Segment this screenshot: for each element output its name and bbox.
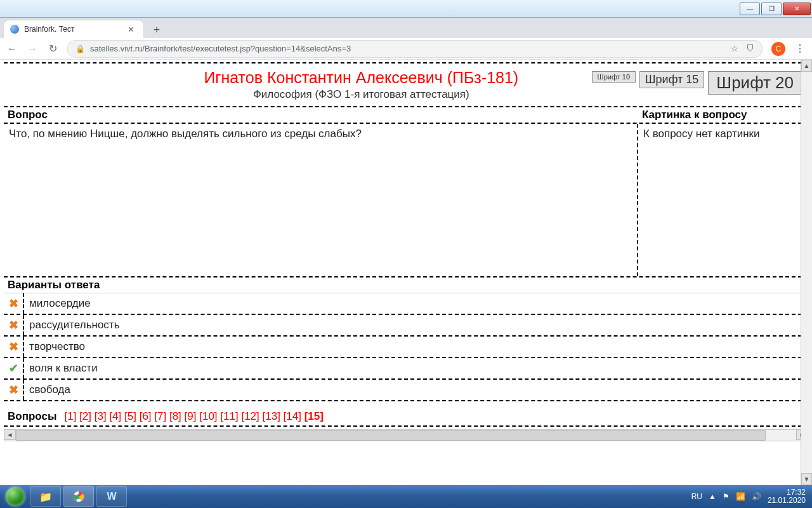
favicon-icon xyxy=(10,25,19,34)
url-text: satelles.vivt.ru/Brainfork/test/executet… xyxy=(90,44,351,53)
answer-row[interactable]: ✖милосердие xyxy=(4,293,808,315)
tab-close-button[interactable]: ✕ xyxy=(125,25,137,34)
answer-row[interactable]: ✔воля к власти xyxy=(4,358,808,380)
address-bar[interactable]: 🔒 satelles.vivt.ru/Brainfork/test/execut… xyxy=(67,40,763,58)
browser-tabstrip: Brainfork. Тест ✕ + xyxy=(0,18,812,38)
question-nav-link[interactable]: [9] xyxy=(185,410,197,422)
cross-icon: ✖ xyxy=(4,380,24,400)
answer-text: воля к власти xyxy=(24,362,98,375)
scroll-left-button[interactable]: ◄ xyxy=(4,429,16,440)
answer-text: свобода xyxy=(24,384,70,396)
scroll-up-button[interactable]: ▲ xyxy=(801,60,812,72)
question-nav-link[interactable]: [2] xyxy=(79,410,91,422)
question-nav-link[interactable]: [4] xyxy=(109,410,121,422)
scroll-thumb[interactable] xyxy=(16,430,766,441)
new-tab-button[interactable]: + xyxy=(148,22,165,38)
question-nav-link[interactable]: [14] xyxy=(284,410,301,422)
lang-indicator[interactable]: RU xyxy=(691,492,702,501)
question-nav-link[interactable]: [10] xyxy=(199,410,217,422)
clock[interactable]: 17:32 21.01.2020 xyxy=(768,488,806,505)
font-size-controls: Шрифт 10 Шрифт 15 Шрифт 20 xyxy=(592,67,802,101)
question-image-label: Картинка к вопросу xyxy=(638,107,808,123)
taskbar-chrome-button[interactable] xyxy=(63,486,94,507)
horizontal-scrollbar[interactable]: ◄ ► xyxy=(4,429,808,441)
system-tray: RU ▲ ⚑ 📶 🔊 17:32 21.01.2020 xyxy=(691,488,809,505)
window-minimize-button[interactable]: — xyxy=(740,3,760,15)
question-nav-link[interactable]: [8] xyxy=(169,410,181,422)
profile-button[interactable]: C xyxy=(771,42,785,56)
question-nav-link[interactable]: [1] xyxy=(64,410,76,422)
taskbar-explorer-button[interactable]: 📁 xyxy=(30,486,61,507)
tab-title: Brainfork. Тест xyxy=(24,25,75,34)
window-titlebar: — ❐ ✕ xyxy=(0,0,812,18)
question-nav-link[interactable]: [11] xyxy=(220,410,238,422)
browser-menu-button[interactable]: ⋮ xyxy=(794,43,806,55)
question-nav: Вопросы [1] [2] [3] [4] [5] [6] [7] [8] … xyxy=(4,408,808,427)
question-body-row: Что, по мнению Ницше, должно выделять си… xyxy=(4,124,808,276)
font-15-button[interactable]: Шрифт 15 xyxy=(639,71,704,88)
course-name: Философия (ФЗО 1-я итоговая аттестация) xyxy=(137,88,586,101)
answer-row[interactable]: ✖рассудительность xyxy=(4,315,808,337)
question-nav-link[interactable]: [6] xyxy=(140,410,152,422)
vertical-scrollbar[interactable]: ▲ ▼ xyxy=(801,60,812,485)
page-content: Игнатов Константин Алексеевич (ПБз-181) … xyxy=(0,60,812,485)
question-label: Вопрос xyxy=(4,107,638,123)
answer-text: рассудительность xyxy=(24,319,120,331)
cross-icon: ✖ xyxy=(4,315,24,335)
cross-icon: ✖ xyxy=(4,337,24,357)
windows-taskbar: 📁 W RU ▲ ⚑ 📶 🔊 17:32 21.01.2020 xyxy=(0,485,812,508)
clock-date: 21.01.2020 xyxy=(768,497,806,505)
scroll-down-button[interactable]: ▼ xyxy=(801,473,812,485)
question-text: Что, по мнению Ницше, должно выделять си… xyxy=(4,124,638,276)
question-nav-link[interactable]: [12] xyxy=(241,410,259,422)
check-icon: ✔ xyxy=(4,358,24,378)
reload-button[interactable]: ↻ xyxy=(47,43,58,55)
shield-icon[interactable]: ⛉ xyxy=(746,44,754,53)
answer-row[interactable]: ✖творчество xyxy=(4,337,808,358)
question-nav-link[interactable]: [13] xyxy=(263,410,280,422)
answer-row[interactable]: ✖свобода xyxy=(4,380,808,401)
star-icon[interactable]: ☆ xyxy=(731,44,738,53)
tray-volume-icon[interactable]: 🔊 xyxy=(752,492,761,501)
font-20-button[interactable]: Шрифт 20 xyxy=(708,71,802,95)
question-header-row: Вопрос Картинка к вопросу xyxy=(4,107,808,124)
taskbar-word-button[interactable]: W xyxy=(96,486,127,507)
answer-text: милосердие xyxy=(24,297,91,310)
answer-text: творчество xyxy=(24,340,85,353)
test-header: Игнатов Константин Алексеевич (ПБз-181) … xyxy=(4,62,808,107)
start-button[interactable] xyxy=(3,486,28,507)
lock-icon: 🔒 xyxy=(75,44,85,53)
tray-flag-icon[interactable]: ⚑ xyxy=(723,492,730,501)
question-image-placeholder: К вопросу нет картинки xyxy=(638,124,808,276)
nav-label: Вопросы xyxy=(8,410,56,423)
browser-toolbar: ← → ↻ 🔒 satelles.vivt.ru/Brainfork/test/… xyxy=(0,38,812,60)
browser-tab[interactable]: Brainfork. Тест ✕ xyxy=(4,20,143,38)
student-name: Игнатов Константин Алексеевич (ПБз-181) xyxy=(137,69,586,87)
question-nav-link[interactable]: [5] xyxy=(124,410,136,422)
tray-network-icon[interactable]: 📶 xyxy=(736,492,745,501)
font-10-button[interactable]: Шрифт 10 xyxy=(592,71,636,83)
cross-icon: ✖ xyxy=(4,293,24,314)
question-nav-link[interactable]: [7] xyxy=(154,410,166,422)
question-nav-link[interactable]: [3] xyxy=(95,410,107,422)
forward-button[interactable]: → xyxy=(27,43,38,55)
back-button[interactable]: ← xyxy=(6,43,18,55)
window-maximize-button[interactable]: ❐ xyxy=(761,3,782,15)
window-close-button[interactable]: ✕ xyxy=(783,3,811,15)
question-nav-current: [15] xyxy=(304,410,324,422)
answers-label: Варианты ответа xyxy=(4,276,808,293)
tray-up-icon[interactable]: ▲ xyxy=(709,492,716,501)
